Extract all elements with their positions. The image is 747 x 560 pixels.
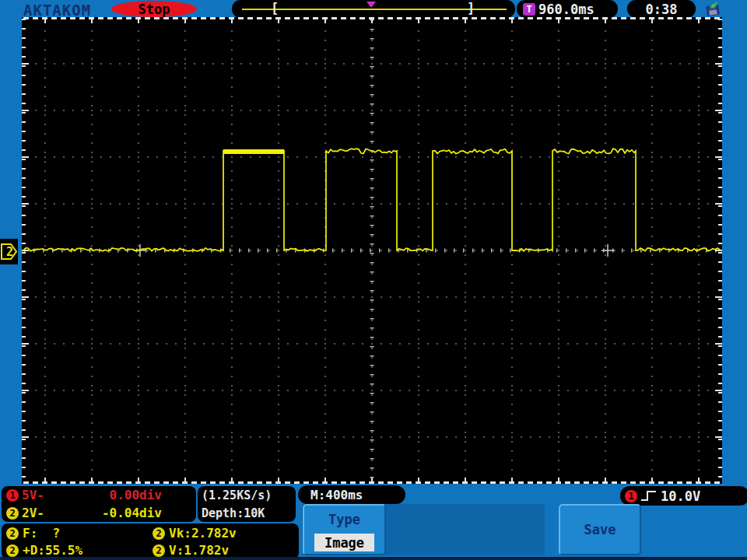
record-position-bar: [ ] xyxy=(232,0,515,18)
ch2-readout-row: 2 2V- -0.04div xyxy=(2,504,196,522)
channel-readout-panel: 1 5V- 0.00div 2 2V- -0.04div xyxy=(2,486,196,522)
trigger-time-value: 960.0ms xyxy=(538,2,594,17)
clock-value: 0:38 xyxy=(646,2,678,17)
trigger-position-marker-icon xyxy=(366,2,376,8)
type-button[interactable]: Type Image xyxy=(303,504,386,555)
trigger-time-pill: T 960.0ms xyxy=(517,0,618,18)
ch1-scale: 5V- xyxy=(22,488,44,502)
timebase-pill: M:400ms xyxy=(298,485,405,504)
svg-text:2: 2 xyxy=(6,245,13,259)
measure-value: F: ? xyxy=(23,526,60,541)
ch1-badge: 1 xyxy=(6,489,19,502)
measure-ch-badge: 2 xyxy=(153,527,165,540)
rising-edge-icon xyxy=(640,489,658,502)
measure-value: Vk:2.782v xyxy=(169,526,237,541)
run-state-badge[interactable]: Stop xyxy=(111,1,197,17)
trigger-t-icon: T xyxy=(523,3,535,16)
sample-rate: (1.25KS/s) xyxy=(198,486,296,504)
brand-logo: AKTAKOM xyxy=(23,2,91,19)
ch2-scale: 2V- xyxy=(22,506,44,520)
measure-frequency: 2 F: ? xyxy=(6,525,60,541)
memory-depth: Depth:10K xyxy=(198,504,296,522)
ch1-offset: 0.00div xyxy=(110,488,162,502)
measure-ch-badge: 2 xyxy=(6,527,19,540)
type-label: Type xyxy=(304,512,384,527)
clock-pill: 0:38 xyxy=(627,0,696,18)
measure-ch-badge: 2 xyxy=(6,544,19,557)
save-button[interactable]: Save xyxy=(559,504,641,555)
timebase-value: M:400ms xyxy=(310,488,363,502)
window-end-bracket-icon: ] xyxy=(467,0,475,17)
ch2-badge: 2 xyxy=(6,507,19,520)
save-label: Save xyxy=(584,522,616,537)
measure-ch-badge: 2 xyxy=(153,544,165,557)
trigger-level-value: 10.0V xyxy=(661,488,700,504)
measurements-panel: 2 F: ? 2 Vk:2.782v 2 +D:55.5% 2 V:1.782v xyxy=(2,523,299,559)
type-value-image[interactable]: Image xyxy=(314,534,374,551)
bottom-edge xyxy=(0,557,747,560)
acquisition-panel: (1.25KS/s) Depth:10K xyxy=(198,486,296,522)
measure-duty: 2 +D:55.5% xyxy=(6,542,82,558)
trigger-info-pill: 1 10.0V xyxy=(620,486,747,506)
ch2-offset: -0.04div xyxy=(102,506,162,520)
window-start-bracket-icon: [ xyxy=(271,0,279,17)
measure-vavg: 2 V:1.782v xyxy=(153,542,229,558)
waveform-display xyxy=(22,17,722,484)
ch1-readout-row: 1 5V- 0.00div xyxy=(2,486,196,504)
measure-value: +D:55.5% xyxy=(23,543,82,558)
measure-vpp: 2 Vk:2.782v xyxy=(153,525,237,541)
ch2-position-marker[interactable]: 2 xyxy=(0,239,18,264)
measure-value: V:1.782v xyxy=(169,543,229,558)
trigger-channel-badge: 1 xyxy=(625,490,637,502)
